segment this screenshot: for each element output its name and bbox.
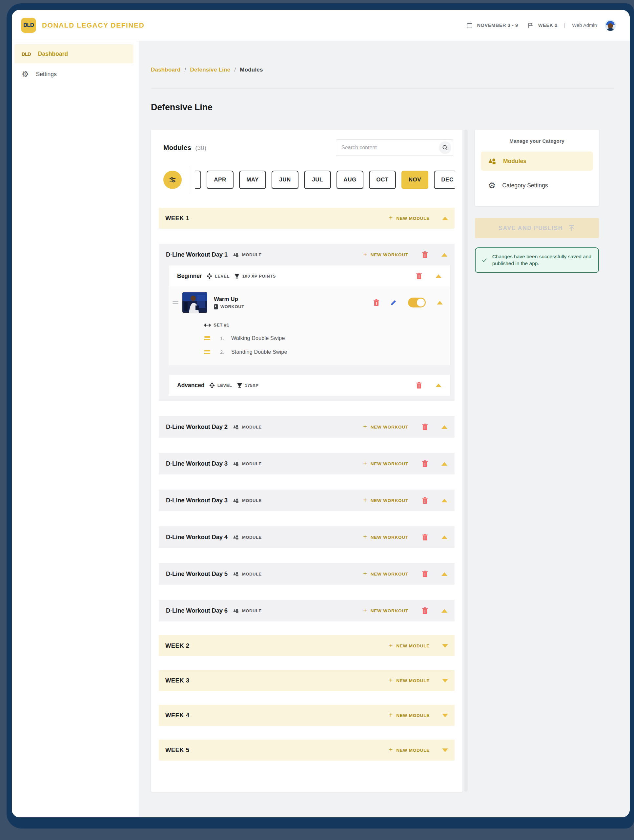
search-box	[336, 139, 453, 156]
month-button-dec[interactable]: DEC	[434, 171, 454, 189]
level-card-advanced: Advanced LEVEL 175XP	[169, 375, 450, 396]
module-icon	[488, 158, 497, 165]
breadcrumb-defensive-line[interactable]: Defensive Line	[190, 66, 230, 73]
search-button[interactable]	[439, 141, 451, 154]
collapse-week-icon[interactable]	[442, 216, 448, 220]
panel-item-modules[interactable]: Modules	[481, 152, 593, 171]
date-range: NOVEMBER 3 - 9	[477, 23, 518, 28]
month-button-partial[interactable]	[195, 171, 201, 189]
avatar[interactable]	[605, 20, 616, 31]
workout-thumbnail[interactable]	[182, 292, 207, 313]
filter-button[interactable]	[163, 171, 182, 189]
month-button-aug[interactable]: AUG	[336, 171, 363, 189]
app-title: DONALD LEGACY DEFINED	[42, 21, 144, 29]
week-label: WEEK 1	[165, 215, 189, 222]
app-window: DLD DONALD LEGACY DEFINED NOVEMBER 3 - 9…	[12, 10, 630, 817]
new-module-label: NEW MODULE	[396, 713, 430, 718]
search-input[interactable]	[336, 139, 453, 156]
trash-icon	[422, 497, 428, 504]
breadcrumb-modules: Modules	[240, 66, 263, 73]
month-button-apr[interactable]: APR	[207, 171, 233, 189]
delete-module-button[interactable]	[422, 497, 428, 504]
new-module-button[interactable]: +NEW MODULE	[389, 677, 430, 684]
level-icon	[209, 382, 215, 388]
new-workout-button[interactable]: +NEW WORKOUT	[363, 461, 408, 467]
scrollbar[interactable]	[464, 129, 468, 792]
month-button-oct[interactable]: OCT	[369, 171, 396, 189]
new-module-button[interactable]: +NEW MODULE	[389, 712, 430, 718]
module-title: D-Line Workout Day 3	[166, 460, 228, 467]
exercise-drag-icon[interactable]	[204, 350, 210, 354]
collapse-level-icon[interactable]	[435, 384, 442, 387]
delete-level-button[interactable]	[416, 382, 422, 388]
drag-handle-icon[interactable]	[172, 301, 178, 304]
gear-icon: ⚙	[22, 70, 29, 78]
module-tag: MODULE	[242, 252, 262, 257]
collapse-module-icon[interactable]	[442, 499, 447, 502]
expand-week-icon[interactable]	[442, 714, 448, 717]
delete-module-button[interactable]	[422, 460, 428, 467]
collapse-module-icon[interactable]	[442, 535, 447, 539]
breadcrumb-separator: /	[234, 66, 236, 73]
workout-tag: WORKOUT	[221, 304, 244, 309]
month-button-jun[interactable]: JUN	[271, 171, 298, 189]
month-button-may[interactable]: MAY	[239, 171, 266, 189]
toast-message: Changes have been successfully saved and…	[492, 253, 592, 267]
expand-week-icon[interactable]	[442, 679, 448, 682]
expand-week-icon[interactable]	[442, 748, 448, 752]
app-logo[interactable]: DLD	[21, 18, 36, 33]
panel-item-category-settings[interactable]: ⚙ Category Settings	[481, 176, 593, 195]
breadcrumb-dashboard[interactable]: Dashboard	[151, 66, 181, 73]
new-module-button[interactable]: +NEW MODULE	[389, 747, 430, 753]
delete-level-button[interactable]	[416, 273, 422, 279]
delete-module-button[interactable]	[422, 571, 428, 577]
delete-module-button[interactable]	[422, 607, 428, 614]
delete-module-button[interactable]	[422, 251, 428, 258]
module-expanded-day-1: D-Line Workout Day 1 MODULE + NEW WORKOU…	[159, 244, 454, 401]
level-header: Beginner LEVEL 100 XP POINTS	[169, 265, 450, 286]
main-content: Dashboard / Defensive Line / Modules Def…	[139, 41, 630, 817]
module-title: D-Line Workout Day 1	[166, 251, 228, 258]
exercise-drag-icon[interactable]	[204, 336, 210, 340]
new-workout-button[interactable]: +NEW WORKOUT	[363, 534, 408, 540]
delete-module-button[interactable]	[422, 534, 428, 540]
new-module-button[interactable]: +NEW MODULE	[389, 643, 430, 649]
new-workout-label: NEW WORKOUT	[371, 425, 408, 429]
new-module-label: NEW MODULE	[396, 216, 430, 221]
delete-module-button[interactable]	[422, 424, 428, 430]
collapse-module-icon[interactable]	[442, 609, 447, 613]
month-button-nov-selected[interactable]: NOV	[401, 171, 428, 189]
new-workout-button[interactable]: +NEW WORKOUT	[363, 608, 408, 614]
new-workout-label: NEW WORKOUT	[371, 535, 408, 540]
new-workout-button[interactable]: +NEW WORKOUT	[363, 571, 408, 577]
new-workout-button[interactable]: +NEW WORKOUT	[363, 497, 408, 503]
collapse-module-icon[interactable]	[442, 425, 447, 429]
collapse-module-icon[interactable]	[442, 462, 447, 466]
save-and-publish-button[interactable]: SAVE AND PUBLISH	[475, 218, 599, 238]
new-workout-button[interactable]: +NEW WORKOUT	[363, 424, 408, 430]
exercise-number: 1.	[220, 336, 231, 341]
sidebar-item-dashboard[interactable]: DLD Dashboard	[14, 44, 134, 63]
week-indicator: WEEK 2	[538, 23, 558, 28]
plus-icon: +	[363, 534, 367, 540]
top-bar: DLD DONALD LEGACY DEFINED NOVEMBER 3 - 9…	[12, 10, 630, 41]
new-module-button[interactable]: + NEW MODULE	[389, 215, 430, 221]
collapse-workout-icon[interactable]	[437, 301, 443, 305]
delete-workout-button[interactable]	[374, 299, 379, 306]
collapse-module-icon[interactable]	[442, 253, 447, 257]
new-workout-label: NEW WORKOUT	[371, 572, 408, 576]
header-meta: NOVEMBER 3 - 9 WEEK 2 | Web Admin	[467, 20, 616, 31]
new-workout-button[interactable]: + NEW WORKOUT	[363, 252, 408, 257]
expand-week-icon[interactable]	[442, 644, 448, 648]
xp-points: 100 XP POINTS	[242, 274, 276, 279]
workout-enabled-toggle[interactable]	[408, 298, 426, 308]
collapse-level-icon[interactable]	[435, 274, 442, 278]
workout-area: Warm Up WORKOUT	[169, 286, 450, 366]
edit-workout-button[interactable]	[390, 299, 397, 306]
plus-icon: +	[363, 460, 367, 467]
new-module-label: NEW MODULE	[396, 748, 430, 753]
month-button-jul[interactable]: JUL	[304, 171, 331, 189]
sidebar-item-settings[interactable]: ⚙ Settings	[14, 65, 134, 84]
collapse-module-icon[interactable]	[442, 572, 447, 576]
app-body: DLD Dashboard ⚙ Settings Dashboard / Def…	[12, 41, 630, 817]
